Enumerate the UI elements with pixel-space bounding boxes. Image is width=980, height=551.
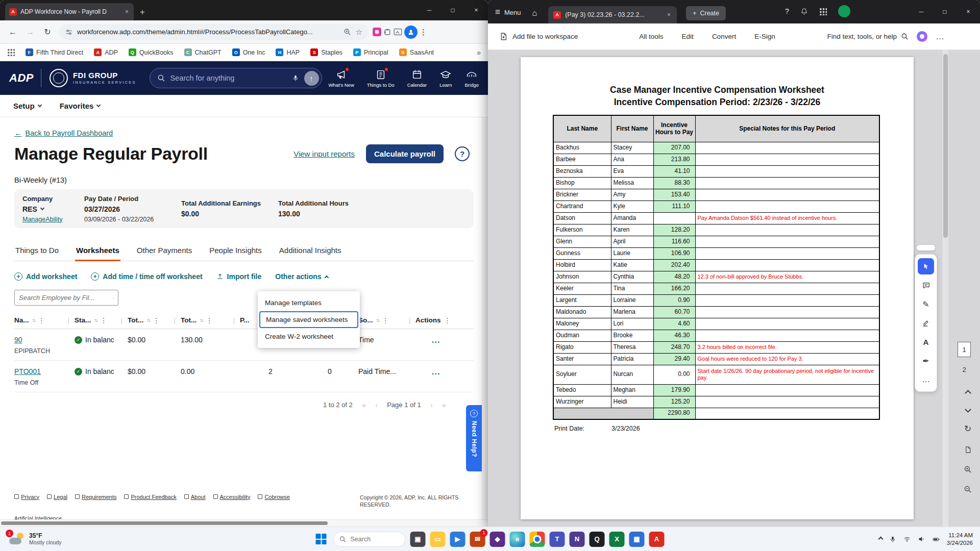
scrollbar-thumb[interactable] <box>943 54 948 238</box>
quickbooks-icon[interactable]: Q <box>590 532 605 547</box>
account-avatar[interactable] <box>838 5 850 17</box>
vertical-scrollbar[interactable] <box>482 117 488 519</box>
bookmark-fifth-third-direct[interactable]: FFifth Third Direct <box>26 48 83 56</box>
search-submit-icon[interactable]: ↑ <box>304 71 319 86</box>
footer-link-about[interactable]: About <box>184 494 206 500</box>
weather-widget[interactable]: 1 35°F Mostly cloudy <box>7 532 62 546</box>
find-tools-button[interactable]: Find text, tools, or help <box>827 33 909 40</box>
more-tools-icon[interactable]: … <box>918 371 934 388</box>
battery-icon[interactable] <box>932 536 940 543</box>
excel-icon[interactable]: X <box>609 532 625 547</box>
microphone-icon[interactable] <box>292 74 299 82</box>
scroll-down-icon[interactable] <box>483 521 486 527</box>
zoom-in-icon[interactable] <box>964 465 972 473</box>
acrobat-menu-button[interactable]: ≡Menu <box>495 7 521 17</box>
calculate-payroll-button[interactable]: Calculate payroll <box>366 144 444 163</box>
footer-link-legal[interactable]: Legal <box>47 494 67 500</box>
prev-page-icon[interactable]: ‹ <box>375 400 378 409</box>
outlook-icon[interactable]: ✉1 <box>470 532 485 547</box>
view-input-reports-link[interactable]: View input reports <box>293 149 355 158</box>
worksheet-link[interactable]: 90 <box>14 336 22 344</box>
add-text-tool-icon[interactable]: A <box>918 334 934 350</box>
tab-people-insights[interactable]: People Insights <box>208 241 263 261</box>
wifi-icon[interactable] <box>903 536 911 543</box>
help-icon[interactable]: ? <box>455 146 470 161</box>
zoom-out-icon[interactable] <box>964 485 972 493</box>
menu-item-manage-templates[interactable]: Manage templates <box>258 294 360 311</box>
global-search-input[interactable] <box>170 74 287 82</box>
minimize-button[interactable]: ─ <box>910 0 933 23</box>
fill-sign-tool-icon[interactable]: ✒ <box>918 353 934 369</box>
select-tool-icon[interactable] <box>918 258 934 274</box>
footer-link-product-feedback[interactable]: Product Feedback <box>124 494 176 500</box>
row-actions-button[interactable]: ... <box>415 367 474 377</box>
sort-icon[interactable]: ↑↓ <box>146 317 150 323</box>
company-selector[interactable]: RES <box>22 205 84 213</box>
menu-item-manage-saved-worksheets[interactable]: Manage saved worksheets <box>259 311 358 328</box>
bookmark-quickbooks[interactable]: QQuickBooks <box>129 48 174 56</box>
footer-link-privacy[interactable]: Privacy <box>14 494 39 500</box>
file-explorer-icon[interactable]: ▭ <box>430 532 446 547</box>
next-page-icon[interactable] <box>965 406 971 413</box>
header-nav-calendar[interactable]: Calendar <box>407 69 427 88</box>
url-input[interactable] <box>77 28 339 36</box>
zoom-icon[interactable] <box>344 28 351 36</box>
pdf-scrollbar[interactable] <box>942 50 948 527</box>
onenote-icon[interactable]: N <box>570 532 585 547</box>
quick-tools-handle[interactable] <box>917 245 935 251</box>
microphone-tray-icon[interactable] <box>889 536 896 543</box>
volume-icon[interactable] <box>918 535 925 543</box>
new-tab-button[interactable]: + <box>140 7 145 17</box>
header-nav-what-s-new[interactable]: What's New <box>328 69 354 88</box>
bookmark-principal[interactable]: PPrincipal <box>353 48 388 56</box>
toolbar-item-edit[interactable]: Edit <box>682 33 694 40</box>
last-page-icon[interactable]: » <box>442 400 446 409</box>
footer-link-accessibility[interactable]: Accessibility <box>213 494 251 500</box>
maximize-button[interactable]: □ <box>441 0 464 20</box>
extension-pink-icon[interactable] <box>373 28 381 36</box>
column-menu-icon[interactable]: ⋮ <box>100 316 107 324</box>
maximize-button[interactable]: □ <box>933 0 957 23</box>
page-thumb-2[interactable]: 2 <box>958 362 971 377</box>
forward-icon[interactable]: → <box>22 24 38 40</box>
browser-menu-icon[interactable]: ⋮ <box>420 28 427 37</box>
start-button[interactable] <box>316 534 327 544</box>
add-file-button[interactable]: Add file to workspace <box>499 32 578 41</box>
horizontal-scrollbar[interactable] <box>0 519 488 527</box>
row-actions-button[interactable]: ... <box>415 336 474 345</box>
more-tools-icon[interactable]: … <box>936 32 944 42</box>
minimize-button[interactable]: ─ <box>418 0 441 20</box>
teams-icon[interactable]: T <box>550 532 565 547</box>
draw-tool-icon[interactable]: ✎ <box>918 296 934 312</box>
photos-icon[interactable]: ◆ <box>490 532 505 547</box>
scrollbar-thumb[interactable] <box>1 521 328 525</box>
sort-icon[interactable]: ↑↓ <box>94 317 97 323</box>
screenshot-icon[interactable] <box>394 28 402 36</box>
column-menu-icon[interactable]: ⋮ <box>38 316 45 324</box>
app-grid-icon[interactable] <box>819 8 827 15</box>
sort-icon[interactable]: ↑↓ <box>200 317 203 323</box>
fit-page-icon[interactable] <box>964 446 972 454</box>
header-nav-bridge[interactable]: Bridge <box>465 69 479 88</box>
column-menu-icon[interactable]: ⋮ <box>382 316 389 324</box>
header-nav-things-to-do[interactable]: Things to Do <box>367 69 395 88</box>
site-settings-icon[interactable] <box>65 29 72 36</box>
home-icon[interactable]: ⌂ <box>532 9 537 18</box>
refresh-icon[interactable]: ↻ <box>40 24 55 40</box>
rotate-page-icon[interactable]: ↻ <box>964 423 971 434</box>
toolbar-item-all-tools[interactable]: All tools <box>639 33 663 40</box>
bookmark-hap[interactable]: HHAP <box>276 48 300 56</box>
acrobat-icon[interactable]: A <box>649 532 665 547</box>
worksheet-link[interactable]: PTO001 <box>14 367 41 375</box>
first-page-icon[interactable]: « <box>362 400 366 409</box>
tab-close-icon[interactable]: × <box>666 11 672 18</box>
highlight-tool-icon[interactable] <box>918 315 934 331</box>
column-menu-icon[interactable]: ⋮ <box>444 316 451 324</box>
clock[interactable]: 11:24 AM 3/24/2026 <box>947 532 973 547</box>
footer-link-cobrowse[interactable]: Cobrowse <box>258 494 290 500</box>
ai-assistant-icon[interactable] <box>917 31 927 42</box>
global-search-bar[interactable]: ↑ <box>150 68 322 88</box>
acrobat-help-icon[interactable]: ? <box>785 7 789 15</box>
notifications-bell-icon[interactable] <box>800 8 808 15</box>
header-nav-learn[interactable]: Learn <box>439 69 452 88</box>
